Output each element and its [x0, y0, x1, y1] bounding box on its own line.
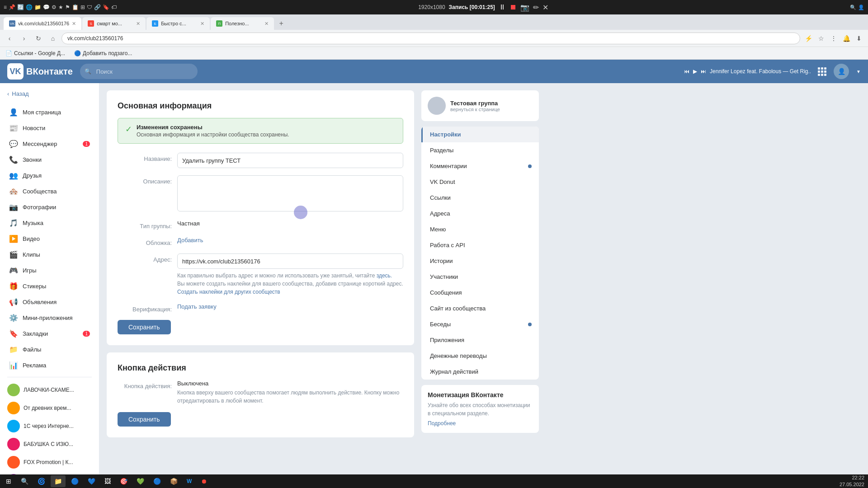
sidebar-item-stickers[interactable]: 🎁 Стикеры: [2, 278, 97, 294]
star-icon[interactable]: ★: [58, 4, 63, 10]
settings-nav-transfers[interactable]: Денежные переводы: [421, 348, 539, 364]
edit-icon[interactable]: ✏: [533, 3, 539, 12]
address-hint-link1[interactable]: здесь.: [377, 272, 392, 279]
sidebar-item-photos[interactable]: 📷 Фотографии: [2, 199, 97, 215]
flag-icon[interactable]: ⚑: [65, 4, 70, 10]
settings-nav-menu[interactable]: Меню: [421, 221, 539, 237]
prev-icon[interactable]: ⏮: [684, 68, 689, 75]
vk-search-input[interactable]: [80, 64, 198, 79]
save-button-1[interactable]: Сохранить: [118, 320, 171, 334]
vk-logo[interactable]: VK ВКонтакте: [7, 63, 73, 80]
sidebar-community-2[interactable]: От древних врем...: [0, 399, 99, 417]
group-header[interactable]: Тестовая группа вернуться к странице: [428, 97, 533, 115]
sidebar-community-fox[interactable]: FOX Promotion | К...: [0, 453, 99, 471]
win-taskbar-record[interactable]: ⏺: [197, 475, 211, 487]
settings-nav-messages[interactable]: Сообщения: [421, 285, 539, 300]
address-hint-link2[interactable]: Создать наклейки для других сообществ: [177, 289, 280, 295]
save-button-2[interactable]: Сохранить: [118, 412, 171, 427]
win-start-button[interactable]: ⊞: [2, 475, 15, 487]
tab-close-smart[interactable]: ✕: [136, 21, 140, 27]
sidebar-item-bookmarks[interactable]: 🔖 Закладки 1: [2, 326, 97, 342]
home-button[interactable]: ⌂: [47, 33, 59, 44]
extensions-icon[interactable]: ⚡: [803, 33, 814, 44]
sidebar-item-ads2[interactable]: 📊 Реклама: [2, 357, 97, 373]
settings-nav-links[interactable]: Ссылки: [421, 190, 539, 206]
refresh-icon[interactable]: 🔄: [17, 4, 24, 10]
tab-close-vk[interactable]: ✕: [72, 21, 76, 27]
sidebar-community-checkback[interactable]: Чекбэк: [0, 471, 99, 474]
pin-icon[interactable]: 📌: [9, 4, 15, 10]
sidebar-community-3[interactable]: 1С через Интерне...: [0, 417, 99, 435]
tab-close-polezno[interactable]: ✕: [264, 21, 269, 27]
win-taskbar-word[interactable]: W: [183, 475, 195, 487]
menu-icon[interactable]: ≡: [4, 4, 7, 10]
tab-vk[interactable]: VK vk.com/club213560176 ✕: [4, 17, 81, 30]
bookmark2-icon[interactable]: 🔖: [103, 4, 109, 10]
address-bar[interactable]: vk.com/club213560176: [61, 33, 800, 44]
name-input[interactable]: [177, 153, 403, 168]
verify-link[interactable]: Подать заявку: [177, 303, 217, 310]
vk-user-avatar[interactable]: 👤: [834, 64, 849, 79]
clipboard-icon[interactable]: 📋: [72, 4, 79, 10]
star-bookmark-icon[interactable]: ☆: [816, 33, 826, 44]
sidebar-item-miniapps[interactable]: ⚙️ Мини-приложения: [2, 310, 97, 326]
settings-nav-comments[interactable]: Комментарии: [421, 158, 539, 174]
notification-icon[interactable]: 🔔: [841, 33, 852, 44]
settings-nav-addresses[interactable]: Адреса: [421, 206, 539, 221]
win-taskbar-item5[interactable]: 🔵: [150, 475, 165, 487]
stop-icon[interactable]: ⏹: [509, 3, 517, 11]
next-icon[interactable]: ⏭: [701, 68, 706, 75]
close-record-icon[interactable]: ✕: [542, 3, 548, 12]
settings-nav-settings[interactable]: Настройки: [421, 127, 539, 142]
settings-nav-stories[interactable]: Истории: [421, 253, 539, 269]
sidebar-item-news[interactable]: 📰 Новости: [2, 120, 97, 136]
settings-nav-chats[interactable]: Беседы: [421, 316, 539, 332]
profile-icon[interactable]: 👤: [858, 5, 864, 10]
settings-nav-apps[interactable]: Приложения: [421, 332, 539, 348]
shield-icon[interactable]: 🛡: [87, 4, 92, 10]
sidebar-item-messenger[interactable]: 💬 Мессенджер 1: [2, 136, 97, 152]
tab-polezno[interactable]: П Полезно... ✕: [211, 17, 274, 30]
sidebar-item-clips[interactable]: 🎬 Клипы: [2, 247, 97, 263]
search-icon-top[interactable]: 🔍: [850, 5, 856, 10]
win-taskbar-widgets[interactable]: 🌀: [34, 475, 49, 487]
win-taskbar-explorer[interactable]: 📁: [51, 475, 66, 487]
settings-nav-donut[interactable]: VK Donut: [421, 174, 539, 190]
monetization-link[interactable]: Подробнее: [428, 420, 533, 427]
address-input[interactable]: [177, 253, 403, 269]
sidebar-item-communities[interactable]: 🏘️ Сообщества: [2, 183, 97, 199]
sidebar-item-ads[interactable]: 📢 Объявления: [2, 294, 97, 310]
win-taskbar-whatsapp[interactable]: 💚: [133, 475, 148, 487]
tab-bistro[interactable]: Б Быстро с... ✕: [146, 17, 210, 30]
settings-nav-members[interactable]: Участники: [421, 269, 539, 285]
play-icon[interactable]: ▶: [693, 68, 697, 75]
reload-button[interactable]: ↻: [33, 33, 44, 44]
link-icon[interactable]: 🔗: [94, 4, 101, 10]
download-icon[interactable]: ⬇: [854, 33, 864, 44]
sidebar-back-button[interactable]: ‹ Назад: [0, 87, 99, 101]
folder-icon[interactable]: 📁: [34, 4, 41, 10]
sidebar-item-video[interactable]: ▶️ Видео: [2, 231, 97, 247]
bookmark-add[interactable]: 🔵 Добавить подзаго...: [72, 49, 134, 57]
camera-icon[interactable]: 📷: [520, 3, 529, 12]
win-taskbar-search[interactable]: 🔍: [17, 475, 32, 487]
settings-nav-log[interactable]: Журнал действий: [421, 364, 539, 380]
forward-button[interactable]: ›: [18, 33, 30, 44]
settings-nav-site[interactable]: Сайт из сообщества: [421, 300, 539, 316]
win-taskbar-ps[interactable]: 🖼: [101, 475, 114, 487]
group-return-link[interactable]: вернуться к странице: [450, 107, 500, 112]
cover-add-link[interactable]: Добавить: [177, 237, 203, 244]
sidebar-item-mypage[interactable]: 👤 Моя страница: [2, 104, 97, 120]
tab-close-bistro[interactable]: ✕: [200, 21, 204, 27]
tab-smart[interactable]: S смарт мо... ✕: [82, 17, 146, 30]
win-taskbar-item3[interactable]: 🎯: [116, 475, 131, 487]
settings-nav-sections[interactable]: Разделы: [421, 142, 539, 158]
back-button[interactable]: ‹: [4, 33, 15, 44]
browser-settings-icon[interactable]: ⋮: [828, 33, 839, 44]
win-taskbar-item6[interactable]: 📦: [166, 475, 181, 487]
desc-input[interactable]: [177, 175, 403, 211]
sidebar-community-1[interactable]: ЛАВОЧКИ-СКАМЕ...: [0, 381, 99, 399]
pause-icon[interactable]: ⏸: [499, 3, 506, 11]
vk-chevron-down-icon[interactable]: ▼: [856, 69, 861, 74]
new-tab-button[interactable]: +: [275, 17, 288, 30]
